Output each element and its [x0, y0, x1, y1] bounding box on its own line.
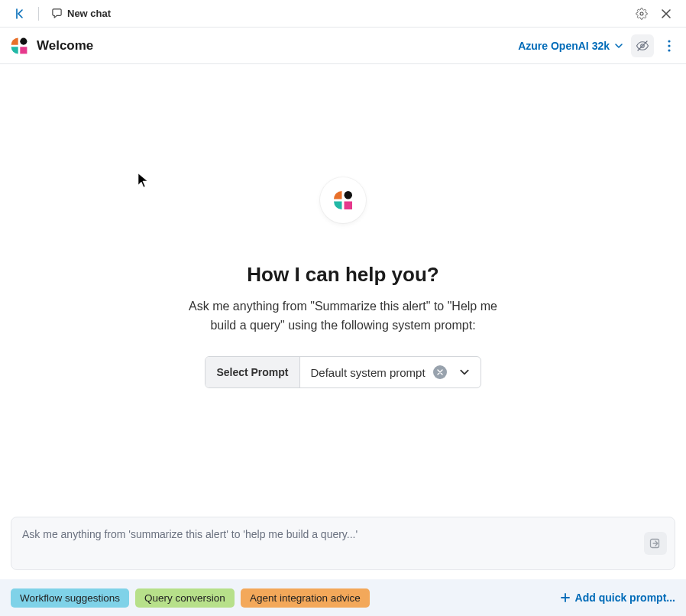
svg-point-4 — [668, 40, 670, 42]
more-menu-button[interactable] — [662, 34, 677, 57]
collapse-panel-button[interactable] — [9, 3, 31, 24]
clear-prompt-button[interactable] — [433, 365, 447, 379]
welcome-center: How I can help you? Ask me anything from… — [0, 64, 686, 501]
chat-icon — [51, 8, 63, 19]
close-panel-button[interactable] — [655, 3, 677, 24]
svg-rect-2 — [20, 47, 27, 53]
chat-input[interactable] — [22, 528, 629, 553]
quick-prompt-pill[interactable]: Query conversion — [135, 588, 235, 608]
quick-prompt-bar: Workflow suggestions Query conversion Ag… — [0, 579, 686, 616]
new-chat-button[interactable]: New chat — [47, 5, 115, 22]
quick-prompt-pill[interactable]: Agent integration advice — [241, 588, 370, 608]
plus-icon — [560, 592, 571, 603]
settings-button[interactable] — [631, 3, 652, 24]
chat-input-area — [11, 517, 675, 570]
eye-off-icon — [636, 39, 649, 53]
welcome-subtext: Ask me anything from "Summarize this ale… — [183, 297, 503, 336]
svg-point-6 — [668, 49, 670, 51]
prompt-select: Select Prompt Default system prompt — [205, 356, 481, 388]
svg-point-7 — [345, 191, 353, 199]
page-title: Welcome — [37, 38, 93, 53]
svg-rect-8 — [345, 201, 353, 209]
app-logo-icon — [9, 36, 29, 56]
add-quick-prompt-button[interactable]: Add quick prompt... — [560, 592, 675, 604]
topbar: New chat — [0, 0, 686, 28]
model-select[interactable]: Azure OpenAI 32k — [518, 40, 623, 52]
svg-point-0 — [640, 12, 643, 15]
dots-vertical-icon — [668, 40, 671, 52]
prompt-selected-text: Default system prompt — [311, 366, 426, 379]
send-icon — [649, 537, 662, 550]
model-select-label: Azure OpenAI 32k — [518, 40, 610, 52]
quick-prompt-pill[interactable]: Workflow suggestions — [11, 588, 129, 608]
app-logo-large-wrap — [320, 177, 366, 223]
add-quick-prompt-label: Add quick prompt... — [575, 592, 675, 604]
send-button[interactable] — [644, 532, 667, 555]
prompt-select-value[interactable]: Default system prompt — [300, 357, 481, 387]
divider — [38, 7, 39, 21]
new-chat-label: New chat — [67, 8, 111, 19]
close-icon — [661, 8, 671, 19]
svg-point-5 — [668, 44, 670, 47]
chevron-left-bar-icon — [14, 8, 26, 20]
svg-point-1 — [20, 37, 27, 44]
close-icon — [437, 369, 443, 375]
app-logo-icon — [332, 189, 354, 212]
prompt-select-label: Select Prompt — [205, 357, 299, 387]
visibility-toggle-button[interactable] — [631, 34, 654, 57]
chevron-down-icon — [614, 41, 623, 50]
chevron-down-icon — [459, 367, 470, 378]
headerbar: Welcome Azure OpenAI 32k — [0, 28, 686, 64]
welcome-headline: How I can help you? — [247, 263, 438, 287]
gear-icon — [636, 8, 648, 20]
topbar-left: New chat — [9, 3, 115, 24]
